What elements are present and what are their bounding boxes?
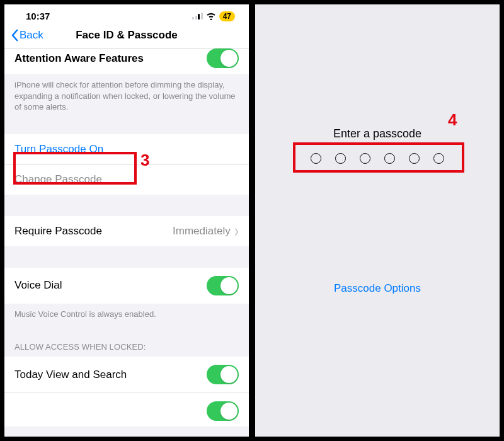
attention-aware-label: Attention Aware Features xyxy=(14,52,144,65)
status-bar: 10:37 47 xyxy=(4,4,249,25)
passcode-entry-screen: Enter a passcode Passcode Options 4 xyxy=(253,3,501,438)
back-button[interactable]: Back xyxy=(11,29,43,42)
nav-bar: Back Face ID & Passcode xyxy=(4,25,249,49)
require-passcode-value: Immediately xyxy=(173,225,231,238)
require-passcode-row[interactable]: Require Passcode Immediately › xyxy=(4,216,249,246)
locked-section-header: ALLOW ACCESS WHEN LOCKED: xyxy=(4,328,249,357)
change-passcode-row: Change Passcode xyxy=(4,164,249,195)
change-passcode-label: Change Passcode xyxy=(14,173,102,186)
wifi-icon xyxy=(206,13,216,20)
passcode-dot xyxy=(360,153,370,164)
cellular-signal-icon xyxy=(192,13,203,20)
turn-passcode-on-button[interactable]: Turn Passcode On xyxy=(4,134,249,164)
next-locked-row[interactable] xyxy=(4,392,249,427)
turn-passcode-on-label: Turn Passcode On xyxy=(14,143,103,156)
battery-level: 47 xyxy=(219,11,235,21)
voice-dial-footer: Music Voice Control is always enabled. xyxy=(4,304,249,329)
voice-dial-label: Voice Dial xyxy=(14,279,62,292)
passcode-dot xyxy=(335,153,346,164)
chevron-left-icon xyxy=(11,29,18,42)
enter-passcode-title: Enter a passcode xyxy=(333,127,421,140)
today-view-row[interactable]: Today View and Search xyxy=(4,357,249,392)
passcode-dot xyxy=(409,153,420,164)
attention-aware-row[interactable]: Attention Aware Features xyxy=(4,49,249,74)
attention-aware-toggle[interactable] xyxy=(207,49,239,68)
chevron-right-icon: › xyxy=(234,222,239,240)
attention-footer: iPhone will check for attention before d… xyxy=(4,74,249,122)
settings-screen: 10:37 47 Back Face ID & Passcode Attenti… xyxy=(3,3,251,438)
today-view-label: Today View and Search xyxy=(14,369,127,381)
require-passcode-label: Require Passcode xyxy=(14,225,102,238)
back-label: Back xyxy=(20,29,43,42)
status-time: 10:37 xyxy=(26,11,50,21)
voice-dial-row[interactable]: Voice Dial xyxy=(4,268,249,304)
passcode-dot xyxy=(433,153,444,164)
passcode-dot xyxy=(311,153,321,164)
voice-dial-toggle[interactable] xyxy=(207,276,239,295)
passcode-options-button[interactable]: Passcode Options xyxy=(334,282,421,295)
today-view-toggle[interactable] xyxy=(207,365,239,384)
next-locked-toggle[interactable] xyxy=(207,401,239,421)
page-title: Face ID & Passcode xyxy=(76,29,178,42)
status-right: 47 xyxy=(192,11,235,21)
passcode-dots[interactable] xyxy=(311,153,444,164)
settings-list[interactable]: Attention Aware Features iPhone will che… xyxy=(4,49,249,427)
passcode-dot xyxy=(384,153,395,164)
passcode-entry: Enter a passcode Passcode Options xyxy=(255,4,500,295)
